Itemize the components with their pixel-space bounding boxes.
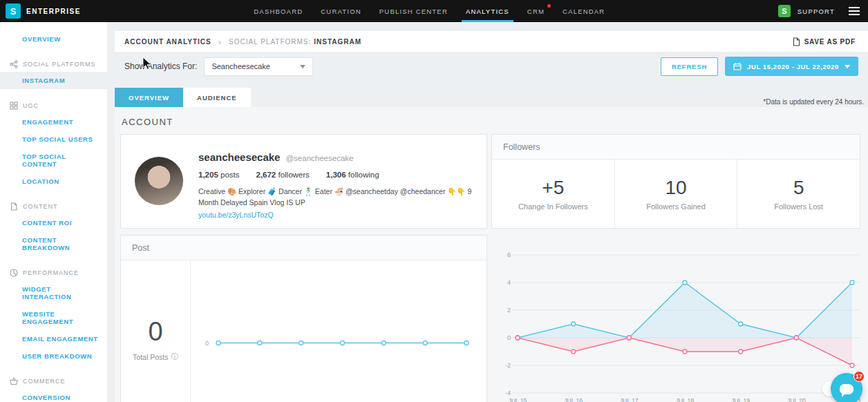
chat-widget-button[interactable]: 17	[831, 373, 862, 402]
brand-name: ENTERPRISE	[26, 8, 81, 15]
stat-label: Change In Followers	[518, 202, 588, 211]
breadcrumb: ACCOUNT ANALYTICS › SOCIAL PLATFORMS: IN…	[115, 31, 868, 52]
content-columns: seancheesecake @seancheesecake 1,205 pos…	[120, 134, 860, 402]
post-card: Post 0 Total Posts ⓘ	[120, 235, 487, 402]
sidebar-header-label: UGC	[23, 102, 39, 109]
sidebar-item-instagram[interactable]: INSTAGRAM	[0, 72, 107, 89]
hamburger-menu-icon[interactable]	[849, 7, 860, 15]
total-posts-value: 0	[148, 317, 162, 347]
notification-dot	[547, 4, 551, 8]
data-update-note: *Data is updated every 24 hours.	[763, 98, 864, 107]
breadcrumb-separator: ›	[218, 37, 222, 47]
sidebar-item-email-engagement[interactable]: EMAIL ENGAGEMENT	[0, 330, 107, 347]
nav-crm[interactable]: CRM	[518, 0, 554, 22]
account-bio-link[interactable]: youtu.be/z3yLnsUTozQ	[198, 211, 473, 219]
nav-calendar[interactable]: CALENDAR	[554, 0, 614, 22]
chat-unread-badge: 17	[853, 371, 865, 382]
sidebar-item-location[interactable]: LOCATION	[0, 173, 107, 190]
sidebar-item-conversion[interactable]: CONVERSION	[0, 389, 107, 402]
pdf-file-icon	[793, 37, 800, 46]
followers-stat: 2,672 followers	[256, 171, 309, 179]
sidebar-item-content-breakdown[interactable]: CONTENT BREAKDOWN	[0, 231, 107, 256]
refresh-button[interactable]: REFRESH	[661, 57, 718, 76]
breadcrumb-platform-value: INSTAGRAM	[314, 38, 361, 46]
sidebar-item-content-roi[interactable]: CONTENT ROI	[0, 214, 107, 231]
post-card-body: 0 Total Posts ⓘ 0	[121, 260, 487, 402]
sidebar-header-label: COMMERCE	[23, 378, 66, 385]
sidebar: OVERVIEW SOCIAL PLATFORMS INSTAGRAM UGC …	[0, 22, 107, 402]
followers-card-header: Followers	[492, 135, 860, 160]
support-avatar-badge[interactable]: S	[778, 5, 791, 17]
account-card: seancheesecake @seancheesecake 1,205 pos…	[120, 134, 487, 229]
sidebar-item-engagement[interactable]: ENGAGEMENT	[0, 113, 107, 131]
sidebar-header-performance: PERFORMANCE	[0, 265, 107, 280]
share-icon	[10, 60, 18, 68]
calendar-icon	[733, 62, 742, 70]
breadcrumb-account-analytics[interactable]: ACCOUNT ANALYTICS	[124, 38, 211, 46]
nav-analytics[interactable]: ANALYTICS	[457, 0, 518, 22]
svg-text:JUL 16: JUL 16	[564, 397, 583, 402]
chevron-down-icon	[845, 65, 850, 68]
file-icon	[10, 202, 18, 211]
chat-bubble-icon	[840, 384, 853, 394]
nav-curation[interactable]: CURATION	[312, 0, 370, 22]
followers-stats: +5 Change In Followers 10 Followers Gain…	[492, 160, 860, 228]
save-as-pdf-button[interactable]: SAVE AS PDF	[793, 37, 856, 46]
sidebar-header-ugc: UGC	[0, 98, 107, 113]
cart-icon	[10, 377, 18, 385]
nav-dashboard[interactable]: DASHBOARD	[245, 0, 312, 22]
sidebar-header-label: PERFORMANCE	[23, 269, 79, 276]
post-card-title: Post	[132, 243, 149, 253]
breadcrumb-platform-label: SOCIAL PLATFORMS:	[229, 38, 311, 46]
svg-text:-4: -4	[505, 390, 511, 396]
account-info: seancheesecake @seancheesecake 1,205 pos…	[198, 144, 473, 218]
grid-icon	[10, 102, 18, 110]
main-content: ACCOUNT ANALYTICS › SOCIAL PLATFORMS: IN…	[107, 22, 868, 402]
top-nav: S ENTERPRISE DASHBOARD CURATION PUBLISH …	[0, 0, 868, 22]
nav-publish-center[interactable]: PUBLISH CENTER	[370, 0, 457, 22]
brand-logo-icon: S	[6, 3, 21, 19]
stat-label: Followers Gained	[646, 202, 706, 211]
total-posts-summary: 0 Total Posts ⓘ	[121, 260, 190, 402]
logo-letter: S	[10, 6, 17, 17]
support-link[interactable]: SUPPORT	[798, 8, 835, 15]
brand[interactable]: S ENTERPRISE	[6, 3, 81, 19]
show-analytics-label: Show Analytics For:	[124, 61, 197, 71]
sidebar-item-website-engagement[interactable]: WEBSITE ENGAGEMENT	[0, 305, 107, 330]
date-range-button[interactable]: JUL 15,2020 - JUL 22,2020	[725, 57, 858, 76]
sidebar-item-top-social-content[interactable]: TOP SOCIAL CONTENT	[0, 148, 107, 173]
save-as-pdf-label: SAVE AS PDF	[804, 38, 856, 46]
svg-text:JUL 19: JUL 19	[731, 397, 750, 402]
nav-crm-label: CRM	[527, 8, 545, 15]
account-select[interactable]: Seancheesecake	[204, 57, 313, 76]
right-column: Followers +5 Change In Followers 10 Foll…	[491, 134, 860, 402]
sidebar-item-widget-interaction[interactable]: WIDGET INTERACTION	[0, 280, 107, 305]
sidebar-header-label: CONTENT	[23, 203, 58, 210]
profile-avatar	[135, 157, 183, 205]
svg-text:JUL 17: JUL 17	[620, 397, 639, 402]
svg-text:4: 4	[507, 279, 511, 286]
app-root: S ENTERPRISE DASHBOARD CURATION PUBLISH …	[0, 0, 868, 402]
svg-text:2: 2	[507, 307, 511, 314]
svg-text:JUL 18: JUL 18	[676, 397, 695, 402]
sidebar-item-user-breakdown[interactable]: USER BREAKDOWN	[0, 347, 107, 365]
stat-value: 10	[665, 177, 686, 199]
sidebar-item-top-social-users[interactable]: TOP SOCIAL USERS	[0, 131, 107, 148]
sidebar-item-overview[interactable]: OVERVIEW	[0, 30, 107, 48]
stat-label: Followers Lost	[774, 202, 823, 211]
top-nav-right: S SUPPORT	[778, 5, 860, 17]
account-stats: 1,205 posts 2,672 followers 1,306 follow…	[198, 171, 473, 179]
info-icon[interactable]: ⓘ	[171, 352, 178, 362]
overview-panel: ACCOUNT seancheesecake @seancheesecake	[115, 107, 868, 402]
followers-gained-stat: 10 Followers Gained	[614, 160, 737, 228]
followers-line-chart: 6420-2-4JUL 15JUL 16JUL 17JUL 18JUL 19JU…	[491, 240, 860, 402]
tab-overview[interactable]: OVERVIEW	[115, 88, 183, 107]
account-section-title: ACCOUNT	[122, 117, 860, 127]
chevron-down-icon	[300, 65, 305, 68]
svg-text:6: 6	[507, 251, 511, 258]
tabs-row: OVERVIEW AUDIENCE *Data is updated every…	[115, 88, 868, 107]
tab-audience[interactable]: AUDIENCE	[183, 88, 251, 107]
gauge-icon	[10, 269, 18, 277]
top-nav-menu: DASHBOARD CURATION PUBLISH CENTER ANALYT…	[245, 0, 614, 22]
controls-right: REFRESH JUL 15,2020 - JUL 22,2020	[661, 57, 858, 76]
